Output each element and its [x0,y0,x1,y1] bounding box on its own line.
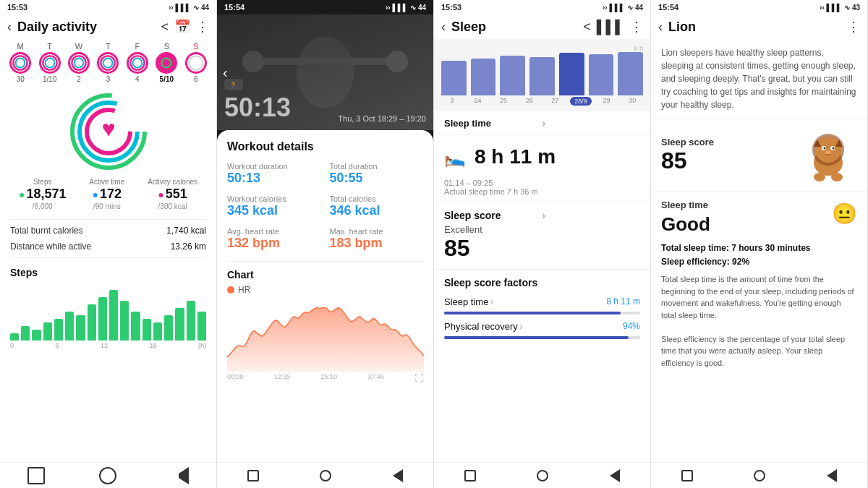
nav-arrow-workout[interactable]: ‹ [223,64,228,81]
factor-physical-recovery-bar [444,336,629,339]
nav-square-p2[interactable] [247,470,259,481]
day-sunday[interactable]: S 6 [185,42,207,83]
day-wednesday[interactable]: W 2 [68,42,90,83]
hr-dot-icon [227,286,234,294]
svg-point-33 [814,173,825,181]
chevron-score: › [542,210,641,221]
sleep-date-26: 26 [519,97,540,106]
nav-back-p2[interactable] [393,469,403,482]
lion-score-left: Sleep score 85 [661,137,799,174]
hr-legend: HR [227,285,423,295]
steps-bar-16 [187,301,195,341]
calendar-icon-p1[interactable]: 📅 [174,19,190,35]
sleep-factors-section: Sleep score factors Sleep time › 8 h 11 … [434,269,650,352]
day-circle-fri [127,52,148,74]
signal-icon: ▌▌▌ [176,4,191,12]
signal-icon-p4: ▌▌▌ [827,4,842,12]
sleep-bar-3 [529,57,555,95]
lion-score-label: Sleep score [661,137,799,147]
sleep-score-link[interactable]: Sleep score › [444,210,640,221]
total-calories-label: Total burnt calories [10,226,83,236]
svg-point-18 [297,36,354,108]
factor-physical-recovery-link[interactable]: Physical recovery › [444,320,523,332]
max-hr-metric: Max. heart rate 183 bpm [330,227,424,251]
sleep-date-25: 25 [493,97,514,106]
more-icon-p4[interactable]: ⋮ [847,19,860,35]
workout-date: Thu, 3 Oct 18:29 – 19:20 [338,114,426,123]
factor-sleep-time-link[interactable]: Sleep time › [444,296,493,307]
wifi-icon-p4: ∿ [844,4,850,12]
nav-back-p4[interactable] [827,469,837,482]
hr-chart-section: Chart HR 00:00 [227,261,423,383]
sleep-hours-value: 8 h 11 m [475,145,556,168]
sleep-actual-label: Actual sleep time [444,187,505,196]
bluetooth-icon-p3: ›› [603,4,608,12]
nav-square-p1[interactable] [27,467,45,484]
day-friday[interactable]: F 4 [127,42,148,83]
battery-icon-p2: 44 [418,4,426,12]
bar-chart-icon-p3[interactable]: ▌▌▌ [597,20,624,35]
steps-stat: Steps ●18,571 /6,000 [19,178,67,210]
nav-back-p1[interactable] [171,467,189,484]
steps-bar-17 [197,312,206,341]
calories-label: Activity calories [148,178,197,186]
nav-circle-p1[interactable] [99,467,116,484]
share-icon-p3[interactable]: < [583,20,591,35]
chart-x-axis: 00:00 12:35 25:10 37:45 ⛶ [227,373,423,383]
lion-header: ‹ Lion ⋮ [651,14,867,39]
lion-description: Lion sleepers have healthy sleep pattern… [651,39,867,119]
page-title-p3: Sleep [451,20,577,35]
status-bar-p3: 15:53 ›› ▌▌▌ ∿ 44 [434,0,650,14]
heart-section: ♥ [0,85,216,175]
steps-bar-4 [54,319,63,341]
more-icon-p1[interactable]: ⋮ [196,19,209,35]
back-button-p3[interactable]: ‹ [441,20,446,35]
day-date-thu: 3 [106,75,111,83]
workout-image: ‹ 🏃 50:13 Thu, 3 Oct 18:29 – 19:20 [217,14,433,130]
steps-chart-title: Steps [10,267,206,278]
nav-circle-p2[interactable] [320,470,331,481]
back-button-p1[interactable]: ‹ [7,20,12,35]
day-monday[interactable]: M 30 [9,42,31,83]
day-thursday[interactable]: T 3 [97,42,119,83]
active-time-value: ●172 [93,187,122,202]
day-date-mon: 30 [17,75,25,83]
sleep-date-29: 29 [596,97,618,106]
sleep-date-24: 24 [467,97,489,106]
steps-bar-15 [175,308,184,341]
sleep-actual-time: 01:14 – 09:25 Actual sleep time 7 h 36 m [434,179,650,202]
sleep-time-link[interactable]: Sleep time › [434,111,650,135]
hr-legend-label: HR [238,285,250,295]
nav-square-p4[interactable] [681,470,693,481]
signal-icon-p2: ▌▌▌ [393,4,408,12]
nav-circle-p4[interactable] [754,470,765,481]
day-saturday[interactable]: S 5/10 [156,42,177,83]
sleep-bar-5 [589,54,614,95]
calories-goal: /300 kcal [158,202,187,210]
battery-icon: 44 [201,4,209,12]
svg-point-28 [824,147,826,150]
back-button-p4[interactable]: ‹ [658,20,663,35]
steps-section: Steps 0 6 12 18 (h) [0,261,216,352]
factor-sleep-time-row: Sleep time › 8 h 11 m [444,296,640,307]
bottom-nav-p4 [651,462,867,488]
avg-hr-value: 132 bpm [227,236,321,251]
steps-bar-3 [43,322,52,341]
day-label-sat: S [164,42,169,51]
lion-sleep-desc: Total sleep time is the amount of time f… [661,273,857,369]
nav-square-p3[interactable] [464,470,476,481]
day-tuesday[interactable]: T 1/10 [39,42,61,83]
status-icons-p2: ›› ▌▌▌ ∿ 44 [386,4,426,12]
share-icon-p1[interactable]: < [161,20,169,35]
nav-back-p3[interactable] [610,469,620,482]
sleep-date-28: 28/9 [570,97,592,106]
nav-circle-p3[interactable] [537,470,548,481]
sleep-date-27: 27 [545,97,566,106]
status-icons-p4: ›› ▌▌▌ ∿ 43 [820,4,860,12]
svg-point-12 [189,56,203,69]
total-duration-value: 50:55 [330,171,424,186]
day-label-thu: T [106,42,111,51]
signal-icon-p3: ▌▌▌ [610,4,625,12]
chart-title: Chart [227,269,423,281]
more-icon-p3[interactable]: ⋮ [630,19,643,35]
